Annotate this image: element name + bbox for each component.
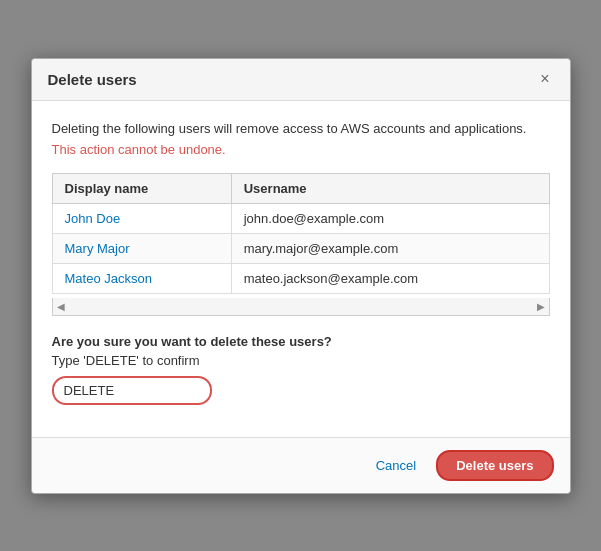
scroll-left-icon[interactable]: ◀ xyxy=(57,301,65,312)
table-scrollbar: ◀ ▶ xyxy=(52,298,550,316)
cell-username: mary.major@example.com xyxy=(231,233,549,263)
modal-header: Delete users × xyxy=(32,59,570,101)
confirm-instruction: Type 'DELETE' to confirm xyxy=(52,353,550,368)
delete-users-button[interactable]: Delete users xyxy=(436,450,553,481)
modal-footer: Cancel Delete users xyxy=(32,437,570,493)
table-row: John Doe john.doe@example.com xyxy=(52,203,549,233)
table-body: John Doe john.doe@example.com Mary Major… xyxy=(52,203,549,293)
delete-users-modal: Delete users × Deleting the following us… xyxy=(31,58,571,494)
table-header-row: Display name Username xyxy=(52,173,549,203)
confirm-input-wrapper xyxy=(52,376,212,405)
confirm-input[interactable] xyxy=(52,376,212,405)
confirm-question: Are you sure you want to delete these us… xyxy=(52,334,550,349)
modal-overlay: Delete users × Deleting the following us… xyxy=(0,0,601,551)
cell-display-name: Mateo Jackson xyxy=(52,263,231,293)
cell-display-name: Mary Major xyxy=(52,233,231,263)
modal-body: Deleting the following users will remove… xyxy=(32,101,570,437)
confirm-section: Are you sure you want to delete these us… xyxy=(52,334,550,405)
user-link-mary[interactable]: Mary Major xyxy=(65,241,130,256)
close-button[interactable]: × xyxy=(536,71,553,87)
modal-title: Delete users xyxy=(48,71,137,88)
cell-username: john.doe@example.com xyxy=(231,203,549,233)
table-row: Mary Major mary.major@example.com xyxy=(52,233,549,263)
users-table: Display name Username John Doe john.doe@… xyxy=(52,173,550,294)
scroll-right-icon[interactable]: ▶ xyxy=(537,301,545,312)
table-header: Display name Username xyxy=(52,173,549,203)
user-link-mateo[interactable]: Mateo Jackson xyxy=(65,271,152,286)
warning-text: Deleting the following users will remove… xyxy=(52,121,550,136)
cell-display-name: John Doe xyxy=(52,203,231,233)
cell-username: mateo.jackson@example.com xyxy=(231,263,549,293)
table-row: Mateo Jackson mateo.jackson@example.com xyxy=(52,263,549,293)
col-display-name: Display name xyxy=(52,173,231,203)
user-link-john[interactable]: John Doe xyxy=(65,211,121,226)
col-username: Username xyxy=(231,173,549,203)
undone-text: This action cannot be undone. xyxy=(52,142,550,157)
cancel-button[interactable]: Cancel xyxy=(366,452,426,479)
